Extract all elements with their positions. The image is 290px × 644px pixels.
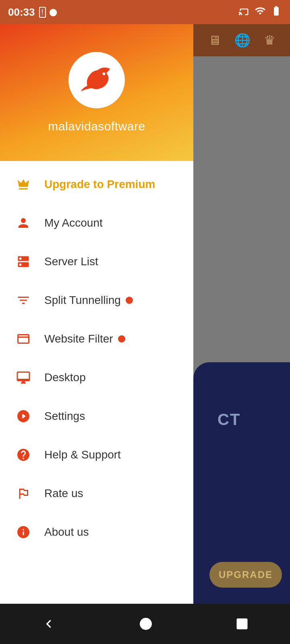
status-icons-left: ! ⬤	[39, 7, 58, 18]
server-list-label: Server List	[44, 255, 98, 268]
filter-icon	[12, 289, 35, 312]
split-tunnelling-label: Split Tunnelling	[44, 294, 121, 307]
info-icon	[12, 521, 35, 543]
svg-point-1	[140, 618, 152, 630]
menu-item-help-support[interactable]: Help & Support	[0, 436, 193, 474]
svg-rect-2	[236, 619, 247, 630]
bg-toolbar: 🖥 🌐 ♛	[193, 24, 290, 56]
battery-icon	[271, 5, 282, 19]
desktop-icon	[12, 366, 35, 389]
gear-icon	[12, 405, 35, 427]
menu-item-rate-us[interactable]: Rate us	[0, 474, 193, 513]
drawer-menu: Upgrade to Premium My Account Server Lis…	[0, 161, 193, 604]
menu-item-server-list[interactable]: Server List	[0, 242, 193, 281]
bg-icon-browser: 🖥	[208, 33, 221, 48]
status-left: 00:33 ! ⬤	[8, 6, 57, 19]
website-icon	[12, 328, 35, 350]
my-account-label: My Account	[44, 217, 103, 229]
circle-icon: ⬤	[49, 8, 57, 17]
wifi-icon	[255, 5, 266, 19]
side-drawer: malavidasoftware Upgrade to Premium My A…	[0, 24, 193, 604]
desktop-label: Desktop	[44, 371, 86, 384]
rate-us-label: Rate us	[44, 487, 83, 500]
website-filter-dot	[118, 335, 125, 343]
menu-item-split-tunnelling[interactable]: Split Tunnelling	[0, 281, 193, 320]
website-filter-label: Website Filter	[44, 332, 113, 345]
help-support-label: Help & Support	[44, 448, 121, 461]
username-label: malavidasoftware	[48, 120, 145, 133]
crown-icon	[12, 173, 35, 196]
menu-item-about-us[interactable]: About us	[0, 513, 193, 551]
settings-label: Settings	[44, 410, 85, 423]
flag-icon	[12, 482, 35, 505]
split-tunnelling-dot	[126, 297, 133, 304]
bg-icon-globe: 🌐	[234, 33, 251, 48]
status-icons-right	[238, 5, 282, 19]
svg-point-0	[103, 72, 106, 75]
help-icon	[12, 444, 35, 466]
logo-circle	[68, 52, 125, 108]
nav-back-button[interactable]	[41, 616, 57, 632]
bg-connect-text: CT	[218, 411, 240, 429]
menu-item-website-filter[interactable]: Website Filter	[0, 320, 193, 358]
nav-recent-button[interactable]	[235, 617, 249, 631]
person-icon	[12, 212, 35, 234]
notification-icon: !	[39, 7, 46, 18]
drawer-header: malavidasoftware	[0, 24, 193, 161]
cast-icon	[238, 5, 250, 19]
menu-item-upgrade-premium[interactable]: Upgrade to Premium	[0, 165, 193, 204]
menu-item-settings[interactable]: Settings	[0, 397, 193, 436]
menu-item-my-account[interactable]: My Account	[0, 204, 193, 242]
bg-icon-crown: ♛	[264, 33, 276, 48]
menu-item-desktop[interactable]: Desktop	[0, 358, 193, 397]
servers-icon	[12, 250, 35, 273]
app-logo	[79, 62, 115, 98]
about-us-label: About us	[44, 526, 89, 539]
upgrade-premium-label: Upgrade to Premium	[44, 178, 155, 191]
status-bar: 00:33 ! ⬤	[0, 0, 290, 24]
status-time: 00:33	[8, 6, 35, 19]
nav-home-button[interactable]	[139, 617, 153, 631]
bg-upgrade-button[interactable]: UPGRADE	[209, 562, 282, 588]
nav-bar	[0, 604, 290, 644]
